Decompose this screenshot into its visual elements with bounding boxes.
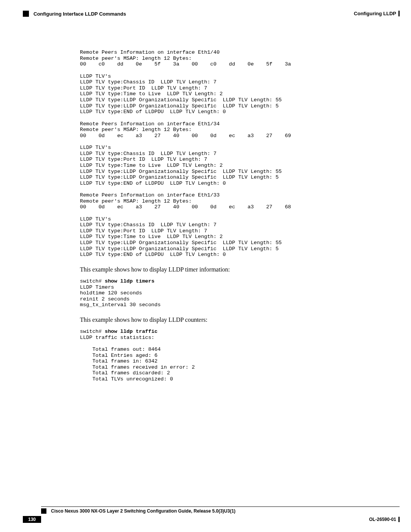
cli-output-block-3: switch# show lldp traffic LLDP traffic s…	[80, 329, 373, 382]
footer-marker-icon	[41, 508, 46, 514]
page-footer: Cisco Nexus 3000 NX-OS Layer 2 Switching…	[23, 506, 400, 523]
body-paragraph-2: This example shows how to display LLDP c…	[80, 316, 373, 323]
page-header: Configuring Interface LLDP Commands Conf…	[23, 11, 400, 17]
footer-rule	[41, 506, 400, 507]
page-number: 130	[23, 516, 41, 523]
footer-bottom-row: 130 OL-26590-01	[23, 516, 400, 523]
doc-id: OL-26590-01	[369, 517, 400, 522]
footer-doc-title: Cisco Nexus 3000 NX-OS Layer 2 Switching…	[51, 508, 236, 514]
cli-command: show lldp timers	[105, 278, 155, 284]
page: Configuring Interface LLDP Commands Conf…	[0, 0, 411, 532]
cli-output-block-1: Remote Peers Information on interface Et…	[80, 50, 373, 258]
cli-output-block-2: switch# show lldp timers LLDP Timers hol…	[80, 278, 373, 308]
cli-output: LLDP traffic statistics: Total frames ou…	[80, 335, 195, 382]
header-marker-icon	[23, 11, 29, 17]
header-section-title: Configuring Interface LLDP Commands	[33, 11, 126, 17]
header-chapter-title: Configuring LLDP	[354, 11, 400, 16]
cli-prompt: switch#	[80, 329, 105, 334]
cli-prompt: switch#	[80, 278, 105, 284]
page-content: Remote Peers Information on interface Et…	[80, 50, 373, 391]
cli-command: show lldp traffic	[105, 329, 158, 334]
cli-output: LLDP Timers holdtime 120 seconds reinit …	[80, 284, 161, 308]
body-paragraph-1: This example shows how to display LLDP t…	[80, 266, 373, 273]
header-left: Configuring Interface LLDP Commands	[23, 11, 126, 17]
footer-top-row: Cisco Nexus 3000 NX-OS Layer 2 Switching…	[41, 508, 400, 514]
